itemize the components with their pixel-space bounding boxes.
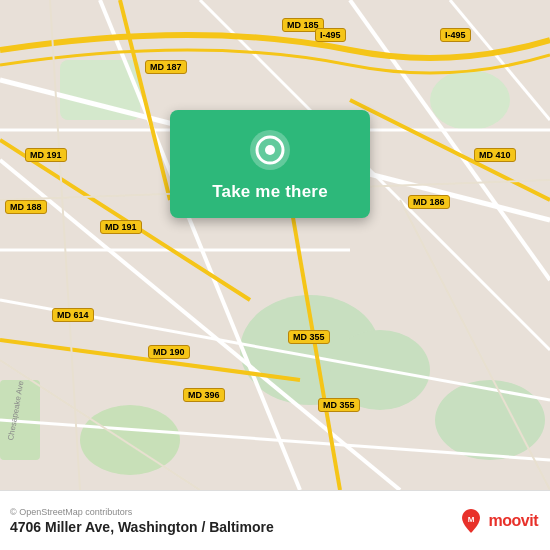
svg-point-30 xyxy=(265,145,275,155)
road-badge-md396: MD 396 xyxy=(183,388,225,402)
location-pin-icon xyxy=(248,128,292,172)
take-me-there-label: Take me there xyxy=(212,182,328,202)
map-container[interactable]: Chesapeake Ave MD 185 MD 187 I-495 I-495… xyxy=(0,0,550,490)
map-background: Chesapeake Ave xyxy=(0,0,550,490)
svg-point-4 xyxy=(430,70,510,130)
bottom-bar: © OpenStreetMap contributors 4706 Miller… xyxy=(0,490,550,550)
attribution: © OpenStreetMap contributors xyxy=(10,507,274,517)
moovit-icon: M xyxy=(457,507,485,535)
road-badge-md191a: MD 191 xyxy=(25,148,67,162)
road-badge-i495a: I-495 xyxy=(315,28,346,42)
road-badge-md191b: MD 191 xyxy=(100,220,142,234)
take-me-there-button[interactable]: Take me there xyxy=(170,110,370,218)
road-badge-md186: MD 186 xyxy=(408,195,450,209)
moovit-logo[interactable]: M moovit xyxy=(457,507,538,535)
address-line: 4706 Miller Ave, Washington / Baltimore xyxy=(10,519,274,535)
road-badge-i495b: I-495 xyxy=(440,28,471,42)
road-badge-md355b: MD 355 xyxy=(318,398,360,412)
moovit-text: moovit xyxy=(489,512,538,530)
svg-text:M: M xyxy=(467,515,474,524)
svg-point-6 xyxy=(80,405,180,475)
road-badge-md188: MD 188 xyxy=(5,200,47,214)
road-badge-md355a: MD 355 xyxy=(288,330,330,344)
road-badge-md614: MD 614 xyxy=(52,308,94,322)
road-badge-md410: MD 410 xyxy=(474,148,516,162)
road-badge-md187: MD 187 xyxy=(145,60,187,74)
road-badge-md190: MD 190 xyxy=(148,345,190,359)
bottom-left: © OpenStreetMap contributors 4706 Miller… xyxy=(10,507,274,535)
